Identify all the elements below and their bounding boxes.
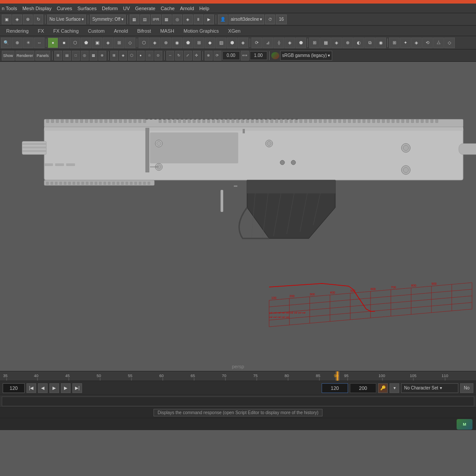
light-icon[interactable]: ☆ [146, 51, 154, 60]
symmetry-dropdown[interactable]: Symmetry: Off ▾ [90, 15, 126, 24]
cube3d-icon[interactable]: ⊞ [110, 51, 118, 60]
prev-frame-btn[interactable]: ◀ [38, 383, 48, 393]
tab-bifrost[interactable]: Bifrost [133, 26, 155, 36]
tab-xgen[interactable]: XGen [224, 26, 245, 36]
poly-icon2[interactable]: ◈ [150, 38, 160, 48]
render-btn4[interactable]: ▦ [162, 15, 172, 24]
anim-icon6[interactable]: ⧉ [364, 38, 375, 48]
tab-fx-caching[interactable]: FX Caching [49, 26, 83, 36]
menu-item-curves[interactable]: Curves [57, 6, 72, 11]
anim-icon4[interactable]: ⊕ [342, 38, 353, 48]
deform-icon2[interactable]: ⊿ [262, 38, 273, 48]
poly-icon8[interactable]: ▨ [216, 38, 226, 48]
anim-icon2[interactable]: ▦ [320, 38, 331, 48]
view-icon2[interactable]: ▤ [63, 51, 71, 60]
select-tool-btn[interactable]: ▣ [2, 15, 11, 24]
zoom-icon[interactable]: 🔍 [1, 38, 11, 48]
universal-icon[interactable]: ✣ [193, 51, 201, 60]
snap-icon[interactable]: ✳ [23, 38, 34, 48]
panels-btn[interactable]: Panels [35, 51, 50, 60]
pause-btn[interactable]: ⏸ [194, 15, 203, 24]
poly-icon5[interactable]: ⬟ [183, 38, 193, 48]
tab-motion-graphics[interactable]: Motion Graphics [179, 26, 223, 36]
view-icon5[interactable]: ▩ [90, 51, 97, 60]
current-frame-input[interactable] [3, 383, 25, 393]
colorspace-dropdown[interactable]: sRGB gamma (legacy) ▾ [280, 51, 332, 60]
user-dropdown[interactable]: airsoft3decline ▾ [229, 15, 264, 24]
render-btn2[interactable]: ▤ [140, 15, 150, 24]
menu-item-generate[interactable]: Generate [135, 6, 155, 11]
scale2-icon[interactable]: ⤢ [184, 51, 192, 60]
menu-item-mesh[interactable]: Mesh Display [22, 6, 52, 11]
script-input[interactable] [2, 397, 474, 406]
deform-icon5[interactable]: ⬣ [296, 38, 306, 48]
anim-icon1[interactable]: ⊞ [309, 38, 320, 48]
cube-icon[interactable]: ■ [59, 38, 69, 48]
key-icon[interactable]: 🔑 [378, 383, 388, 393]
renderer-btn[interactable]: Renderer [15, 51, 35, 60]
deform-icon4[interactable]: ◈ [285, 38, 295, 48]
tab-mash[interactable]: MASH [156, 26, 179, 36]
rotate2-icon[interactable]: ↻ [175, 51, 183, 60]
menu-item-uv[interactable]: UV [123, 6, 130, 11]
poly-icon10[interactable]: ◈ [238, 38, 248, 48]
extra-icon6[interactable]: ◇ [444, 38, 455, 48]
snap2-icon[interactable]: ⊕ [205, 51, 213, 60]
rotate-btn[interactable]: ↻ [34, 15, 43, 24]
anim-icon5[interactable]: ◐ [353, 38, 364, 48]
extra-icon2[interactable]: ✦ [400, 38, 411, 48]
render-btn5[interactable]: ◎ [172, 15, 182, 24]
move2-icon[interactable]: ↔ [166, 51, 174, 60]
no-label-btn[interactable]: No [460, 383, 473, 393]
shape-icon1[interactable]: ⬟ [81, 38, 91, 48]
tab-custom[interactable]: Custom [83, 26, 109, 36]
play-fwd-btn[interactable]: ▶ [204, 15, 214, 24]
viewport[interactable]: 100 200 300 400 500 600 700 800 900 val … [0, 62, 476, 371]
view-icon1[interactable]: ⊞ [54, 51, 62, 60]
shape-icon2[interactable]: ▣ [92, 38, 102, 48]
move-icon[interactable]: ↔ [34, 38, 45, 48]
playback-start-input[interactable] [322, 383, 348, 393]
deform-icon3[interactable]: ⟠ [274, 38, 284, 48]
shape-icon3[interactable]: ◈ [103, 38, 113, 48]
render-btn1[interactable]: ▦ [130, 15, 139, 24]
extra-icon1[interactable]: ⊞ [389, 38, 400, 48]
refresh-icon[interactable]: ⟳ [214, 51, 221, 60]
anim-icon7[interactable]: ◉ [375, 38, 386, 48]
menu-item-cache[interactable]: Cache [161, 6, 175, 11]
wire-icon[interactable]: ⬡ [128, 51, 136, 60]
menu-item-tools[interactable]: n Tools [2, 6, 17, 11]
mesh3d-icon[interactable]: ◈ [119, 51, 127, 60]
show-btn[interactable]: Show [2, 51, 15, 60]
extra-icon5[interactable]: ⧊ [433, 38, 444, 48]
poly-icon6[interactable]: ⊞ [194, 38, 204, 48]
tab-rendering[interactable]: Rendering [2, 26, 33, 36]
menu-item-surfaces[interactable]: Surfaces [78, 6, 97, 11]
paint-btn[interactable]: ⊕ [23, 15, 33, 24]
extra-icon3[interactable]: ◈ [411, 38, 422, 48]
render-btn3[interactable]: IPR [151, 15, 161, 24]
cylinder-icon[interactable]: ⬡ [70, 38, 80, 48]
playback-end-input[interactable] [350, 383, 376, 393]
camera2-icon[interactable]: ⊙ [154, 51, 162, 60]
tab-fx[interactable]: FX [34, 26, 49, 36]
extra-icon4[interactable]: ⟲ [422, 38, 433, 48]
key-arrow-btn[interactable]: ▾ [390, 383, 399, 393]
step-fwd-btn[interactable]: ▶| [72, 383, 82, 393]
deform-icon1[interactable]: ⟳ [251, 38, 262, 48]
scale-input[interactable] [250, 51, 267, 60]
view-icon4[interactable]: ◎ [81, 51, 89, 60]
menu-item-arnold[interactable]: Arnold [180, 6, 194, 11]
orbit-icon[interactable]: ⊕ [12, 38, 22, 48]
lasso-btn[interactable]: ◈ [12, 15, 22, 24]
tab-arnold[interactable]: Arnold [109, 26, 132, 36]
view-icon3[interactable]: □ [72, 51, 80, 60]
menu-item-deform[interactable]: Deform [102, 6, 118, 11]
poly-icon4[interactable]: ◉ [172, 38, 182, 48]
play-btn[interactable]: ▶ [49, 383, 59, 393]
render-btn6[interactable]: ◈ [183, 15, 193, 24]
step-back-btn[interactable]: |◀ [26, 383, 36, 393]
char-set-dropdown[interactable]: No Character Set ▾ [401, 383, 458, 393]
no-live-surface-dropdown[interactable]: No Live Surface ▾ [47, 15, 86, 24]
shaded-icon[interactable]: ● [137, 51, 145, 60]
